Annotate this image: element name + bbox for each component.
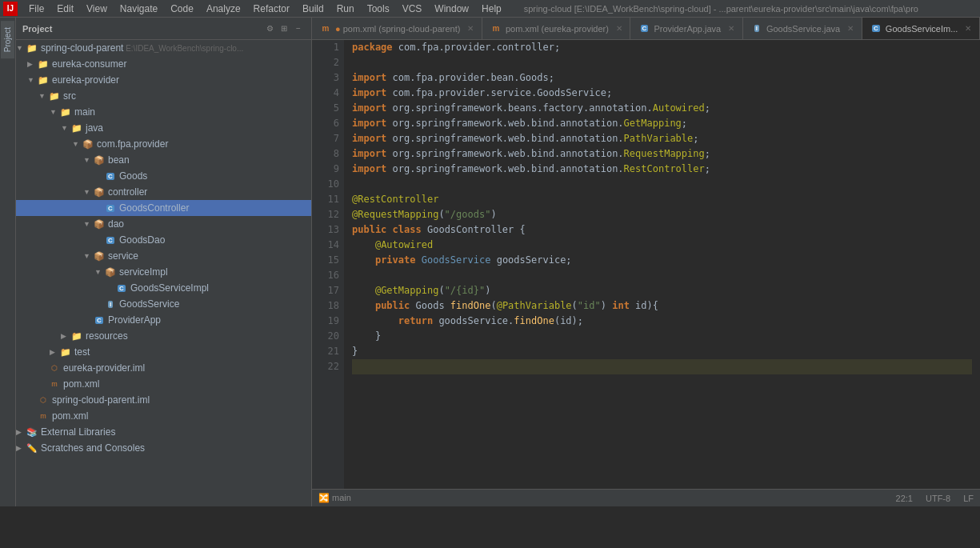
sidebar-header: Project ⚙ ⊞ − — [16, 18, 311, 40]
sidebar-item-service[interactable]: ▼ 📦 service — [16, 248, 311, 264]
tree-arrow: ▼ — [27, 76, 37, 84]
tab-close-btn[interactable]: ✕ — [467, 24, 474, 33]
sidebar-item-serviceImpl[interactable]: ▼ 📦 serviceImpl — [16, 264, 311, 280]
sidebar-item-main[interactable]: ▼ 📁 main — [16, 104, 311, 120]
tab-close-btn[interactable]: ✕ — [847, 24, 854, 33]
sidebar-item-test[interactable]: ▶ 📁 test — [16, 344, 311, 360]
tab-pom2[interactable]: mpom.xml (eureka-provider)✕ — [482, 18, 631, 39]
sidebar-item-GoodsController[interactable]: C GoodsController — [16, 200, 311, 216]
menu-analyze[interactable]: Analyze — [200, 2, 247, 16]
code-line-4: import com.fpa.provider.service.GoodsSer… — [352, 86, 972, 101]
line-number-7: 7 — [312, 131, 339, 146]
sidebar-item-spring-cloud-parent-iml[interactable]: ⬡ spring-cloud-parent.iml — [16, 392, 311, 408]
tree-label: GoodsServiceImpl — [130, 282, 209, 294]
line-number-9: 9 — [312, 162, 339, 177]
tree-label: dao — [108, 218, 124, 230]
vtab-project[interactable]: Project — [1, 21, 14, 58]
sidebar-item-dao[interactable]: ▼ 📦 dao — [16, 216, 311, 232]
code-line-3: import com.fpa.provider.bean.Goods; — [352, 70, 972, 86]
line-number-12: 12 — [312, 207, 339, 222]
editor-content: 12345678910111213141516171819202122 pack… — [312, 40, 980, 489]
sidebar: Project ⚙ ⊞ − ▼ 📁 spring-cloud-parent E:… — [16, 18, 312, 506]
tab-goodsserviceim[interactable]: CGoodsServiceIm...✕ — [862, 18, 980, 39]
sidebar-item-ProviderApp[interactable]: C ProviderApp — [16, 312, 311, 328]
tree-label: resources — [86, 330, 128, 342]
code-line-22 — [352, 359, 972, 374]
menu-navigate[interactable]: Navigate — [114, 2, 164, 16]
sidebar-item-resources[interactable]: ▶ 📁 resources — [16, 328, 311, 344]
sidebar-item-Goods[interactable]: C Goods — [16, 168, 311, 184]
code-line-20: } — [352, 329, 972, 344]
tab-pom1[interactable]: m● pom.xml (spring-cloud-parent)✕ — [312, 18, 482, 39]
sidebar-item-pom-parent[interactable]: m pom.xml — [16, 408, 311, 424]
code-line-1: package com.fpa.provider.controller; — [352, 40, 972, 55]
java-i-icon: I — [751, 23, 762, 34]
menu-refactor[interactable]: Refactor — [247, 2, 296, 16]
tree-label: spring-cloud-parent E:\IDEA_WorkBench\sp… — [41, 42, 243, 54]
menu-file[interactable]: File — [22, 2, 50, 16]
menu-code[interactable]: Code — [164, 2, 200, 16]
sidebar-item-controller[interactable]: ▼ 📦 controller — [16, 184, 311, 200]
tree-label: serviceImpl — [119, 266, 168, 278]
sidebar-item-eureka-provider[interactable]: ▼ 📁 eureka-provider — [16, 72, 311, 88]
encoding: UTF-8 — [926, 494, 950, 503]
sidebar-item-eureka-provider-iml[interactable]: ⬡ eureka-provider.iml — [16, 360, 311, 376]
tab-label: ProviderApp.java — [654, 24, 721, 34]
main-layout: Project Project ⚙ ⊞ − ▼ 📁 spring-cloud-p… — [0, 18, 980, 506]
tree-arrow: ▶ — [61, 332, 70, 340]
tree-arrow: ▼ — [50, 108, 59, 116]
git-branch: 🔀 main — [318, 493, 351, 503]
sidebar-item-pom-provider[interactable]: m pom.xml — [16, 376, 311, 392]
sidebar-item-GoodsDao[interactable]: C GoodsDao — [16, 232, 311, 248]
tab-close-btn[interactable]: ✕ — [728, 24, 734, 33]
code-line-11: @RestController — [352, 192, 972, 207]
sidebar-pin-btn[interactable]: − — [292, 22, 305, 35]
sidebar-item-GoodsService[interactable]: I GoodsService — [16, 296, 311, 312]
tree-label: bean — [108, 154, 130, 166]
java-c-icon: C — [638, 23, 650, 34]
tab-label: ● pom.xml (spring-cloud-parent) — [335, 24, 460, 34]
sidebar-collapse-btn[interactable]: ⊞ — [278, 22, 290, 35]
tab-close-btn[interactable]: ✕ — [616, 24, 622, 33]
tab-providerapp[interactable]: CProviderApp.java✕ — [630, 18, 742, 39]
sidebar-item-java[interactable]: ▼ 📁 java — [16, 120, 311, 136]
line-number-19: 19 — [312, 314, 339, 329]
sidebar-item-eureka-consumer[interactable]: ▶ 📁 eureka-consumer — [16, 56, 311, 72]
tree-label: spring-cloud-parent.iml — [52, 394, 150, 406]
sidebar-item-src[interactable]: ▼ 📁 src — [16, 88, 311, 104]
tab-goodsservice[interactable]: IGoodsService.java✕ — [743, 18, 862, 39]
sidebar-item-GoodsServiceImpl[interactable]: C GoodsServiceImpl — [16, 280, 311, 296]
tree-label: main — [74, 106, 95, 118]
tree-label: pom.xml — [52, 410, 88, 422]
menu-vcs[interactable]: VCS — [396, 2, 429, 16]
sidebar-item-spring-cloud-parent[interactable]: ▼ 📁 spring-cloud-parent E:\IDEA_WorkBenc… — [16, 40, 311, 56]
xml-icon: m — [490, 23, 502, 34]
menu-view[interactable]: View — [80, 2, 114, 16]
app-icon: IJ — [3, 2, 18, 16]
menu-edit[interactable]: Edit — [50, 2, 80, 16]
sidebar-settings-btn[interactable]: ⚙ — [263, 22, 276, 35]
sidebar-item-bean[interactable]: ▼ 📦 bean — [16, 152, 311, 168]
code-line-2 — [352, 55, 972, 70]
tree-label: com.fpa.provider — [97, 138, 168, 150]
menu-window[interactable]: Window — [428, 2, 475, 16]
sidebar-toolbar: ⚙ ⊞ − — [263, 22, 305, 35]
line-separator: LF — [963, 494, 974, 503]
sidebar-item-Scratches-and-Consoles[interactable]: ▶ ✏️ Scratches and Consoles — [16, 440, 311, 456]
menu-help[interactable]: Help — [475, 2, 508, 16]
line-col: 22:1 — [896, 494, 913, 503]
sidebar-item-com-fpa-provider[interactable]: ▼ 📦 com.fpa.provider — [16, 136, 311, 152]
tree-arrow: ▼ — [16, 44, 26, 52]
sidebar-tree: ▼ 📁 spring-cloud-parent E:\IDEA_WorkBenc… — [16, 40, 311, 506]
code-area[interactable]: package com.fpa.provider.controller; imp… — [344, 40, 980, 489]
menu-run[interactable]: Run — [330, 2, 361, 16]
code-line-12: @RequestMapping("/goods") — [352, 207, 972, 222]
sidebar-item-External-Libraries[interactable]: ▶ 📚 External Libraries — [16, 424, 311, 440]
code-line-17: @GetMapping("/{id}") — [352, 283, 972, 298]
menu-build[interactable]: Build — [296, 2, 330, 16]
tab-close-btn[interactable]: ✕ — [965, 24, 971, 33]
menu-tools[interactable]: Tools — [361, 2, 396, 16]
tree-label: service — [108, 250, 138, 262]
line-number-13: 13 — [312, 222, 339, 238]
tree-label: pom.xml — [63, 378, 99, 390]
